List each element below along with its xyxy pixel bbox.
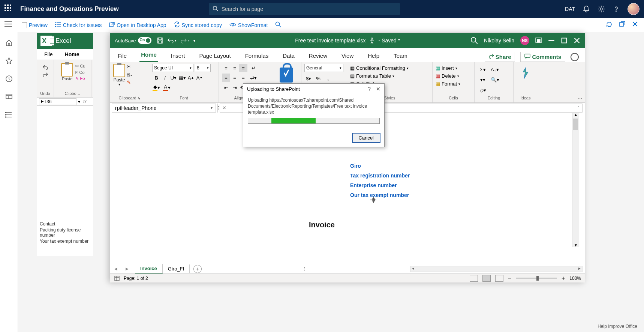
tab-help[interactable]: Help [366, 50, 381, 62]
close-icon[interactable] [632, 21, 638, 29]
indent-inc-icon[interactable]: ⇥ [231, 83, 239, 92]
back-file-tab[interactable]: File [41, 49, 56, 60]
comma-button[interactable]: , [324, 74, 332, 83]
zoom-slider[interactable] [516, 278, 557, 279]
undo-icon[interactable] [42, 65, 48, 70]
user-initials-badge[interactable]: NS [520, 36, 529, 45]
gear-icon[interactable] [598, 5, 605, 13]
minimize-icon[interactable] [548, 37, 555, 44]
user-avatar[interactable] [628, 3, 640, 15]
tab-review[interactable]: Review [307, 50, 329, 62]
title-search-icon[interactable] [470, 37, 478, 44]
comments-button[interactable]: Comments [520, 52, 565, 62]
global-search[interactable]: Search for a page [209, 3, 400, 15]
fill-button[interactable]: ▾▾ [478, 76, 488, 84]
accessibility-icon[interactable] [368, 37, 375, 44]
maximize-icon[interactable] [561, 37, 568, 44]
home-icon[interactable] [5, 39, 13, 47]
zoom-level[interactable]: 100% [569, 276, 581, 281]
open-desktop-button[interactable]: Open in Desktop App [109, 22, 166, 29]
insert-cells-button[interactable]: ▦Insert ▾ [436, 65, 457, 71]
help-improve-link[interactable]: Help Improve Office [598, 324, 637, 329]
horizontal-scrollbar[interactable] [410, 266, 583, 272]
decrease-font-icon[interactable]: A▼ [195, 74, 204, 82]
feedback-smiley-icon[interactable] [571, 53, 579, 61]
tab-formulas[interactable]: Formulas [244, 50, 270, 62]
protect-icon[interactable] [280, 68, 293, 83]
user-name[interactable]: Nikolay Selin [484, 38, 514, 44]
preview-button[interactable]: Preview [22, 22, 48, 28]
indent-dec-icon[interactable]: ⇤ [222, 83, 230, 92]
format-painter-icon[interactable]: ✎ [127, 80, 133, 85]
toggle-switch[interactable]: On [138, 37, 151, 44]
zoom-in-button[interactable]: + [562, 275, 565, 282]
ribbon-display-icon[interactable] [535, 38, 542, 44]
currency-button[interactable]: $▾ [304, 74, 313, 83]
back-namebox-input[interactable] [39, 98, 76, 105]
expand-formula-icon[interactable]: ˅ [577, 105, 580, 111]
cut-icon[interactable]: ✂ Cu [75, 64, 85, 69]
back-home-tab[interactable]: Home [62, 49, 82, 60]
sheet-nav-prev[interactable]: ◄ [110, 266, 121, 272]
ideas-icon[interactable] [520, 67, 531, 80]
app-launcher-icon[interactable] [4, 5, 13, 14]
font-name-dropdown[interactable]: Segoe UI▾ [152, 64, 193, 72]
workspace-icon[interactable] [5, 93, 13, 101]
share-button[interactable]: Share [485, 52, 515, 62]
company-code[interactable]: DAT [565, 6, 575, 12]
underline-button[interactable]: U▾ [169, 74, 178, 82]
sort-filter-button[interactable]: A↓▾ [490, 65, 500, 74]
align-bot-icon[interactable]: ≡ [239, 64, 247, 72]
save-icon[interactable] [157, 37, 163, 44]
autosum-button[interactable]: Σ▾ [478, 65, 488, 74]
popout-icon[interactable] [619, 21, 625, 29]
find-button[interactable]: 🔍▾ [490, 76, 500, 84]
page-break-view-button[interactable] [495, 275, 503, 282]
align-center-icon[interactable]: ≡ [231, 74, 239, 82]
sheet-tab-girofi[interactable]: Giro_FI [163, 264, 190, 273]
delete-cells-button[interactable]: ▦Delete ▾ [436, 73, 459, 79]
show-format-button[interactable]: ShowFormat [229, 22, 268, 28]
collapse-ribbon-icon[interactable]: ︿ [578, 95, 583, 101]
align-right-icon[interactable]: ≡ [239, 74, 247, 82]
redo-icon[interactable] [42, 72, 48, 77]
redo-dropdown[interactable]: ▾ [180, 37, 190, 44]
hamburger-icon[interactable] [4, 21, 12, 28]
autosave-toggle[interactable]: AutoSave On [115, 37, 151, 44]
sheet-tabs-menu-icon[interactable]: ⋮ [302, 266, 310, 272]
ribbon-paste-icon[interactable] [113, 64, 125, 77]
saved-indicator[interactable]: - Saved ▾ [378, 38, 400, 44]
copy-icon[interactable]: ⎘▾ [127, 72, 133, 77]
cancel-formula-icon[interactable]: ✕ [222, 105, 226, 111]
tab-home[interactable]: Home [139, 48, 158, 62]
dialog-help-icon[interactable]: ? [368, 86, 371, 92]
copy-icon[interactable]: ⎘ Co [75, 70, 85, 75]
increase-font-icon[interactable]: A▲ [187, 74, 195, 82]
border-button[interactable]: ▦▾ [178, 74, 186, 82]
tab-view[interactable]: View [340, 50, 355, 62]
modules-icon[interactable] [5, 111, 13, 119]
percent-button[interactable]: % [314, 74, 322, 83]
align-left-icon[interactable]: ≡ [222, 74, 230, 82]
format-cells-button[interactable]: ▦Format ▾ [436, 81, 460, 87]
tab-data[interactable]: Data [281, 50, 296, 62]
fill-color-button[interactable]: ◆▾ [152, 83, 160, 92]
bell-icon[interactable] [583, 5, 590, 13]
search-small-icon[interactable] [275, 21, 281, 29]
format-painter-icon[interactable]: ✎ Fo [75, 76, 85, 81]
clear-button[interactable]: ◇▾ [478, 86, 488, 94]
tab-team[interactable]: Team [392, 50, 409, 62]
qat-customize-icon[interactable]: ▾ [193, 39, 195, 43]
paste-icon[interactable] [61, 63, 73, 77]
bold-button[interactable]: B [152, 74, 160, 82]
sheet-tab-invoice[interactable]: Invoice [135, 264, 163, 273]
cut-icon[interactable]: ✂ [127, 64, 133, 69]
check-issues-button[interactable]: Check for issues [55, 22, 102, 28]
wrap-text-button[interactable]: ↵ [248, 64, 259, 72]
page-layout-view-button[interactable] [482, 275, 491, 282]
star-icon[interactable] [5, 57, 13, 65]
vertical-scrollbar[interactable]: ▲ ▼ [572, 113, 579, 247]
refresh-icon[interactable] [606, 21, 613, 29]
number-format-dropdown[interactable]: General▾ [304, 64, 343, 72]
sheet-nav-next[interactable]: ► [121, 266, 133, 272]
